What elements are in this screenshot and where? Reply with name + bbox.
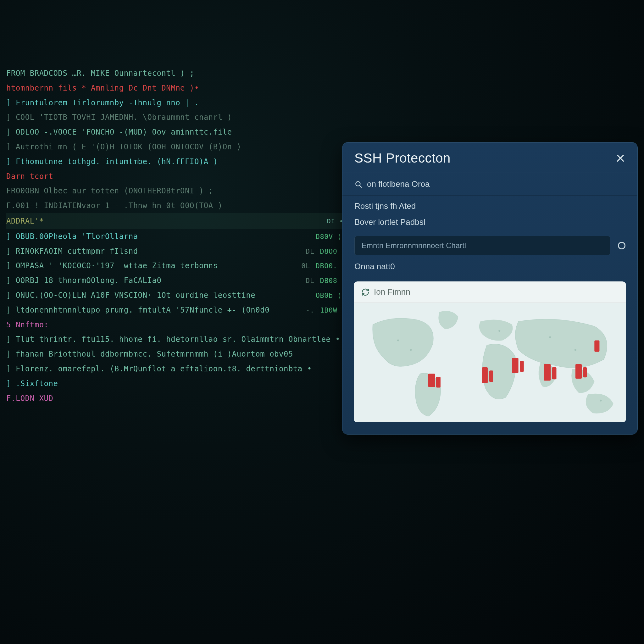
svg-rect-5 (428, 374, 435, 387)
code-line: ] Fruntulorem Tirlorumnby -Thnulg nno | … (6, 96, 346, 110)
code-line: ] fhanan Briotthoul ddbormbmcc. Sufetmrn… (6, 347, 346, 362)
search-placeholder: on flotlbena Oroa (367, 179, 430, 189)
panel-body: on flotlbena Oroa Rosti tjns fh Ated Bov… (342, 173, 637, 434)
text-input[interactable]: Emntn Emronnmnnnoert Chartl (354, 236, 610, 255)
option-row[interactable]: Rosti tjns fh Ated (342, 196, 637, 214)
panel-header: SSH Proteccton (342, 142, 637, 173)
log-row: ] OMPASA ' 'KOCOCO·'197 -wttae Zitma-ter… (6, 258, 346, 273)
code-line: ] Florenz. omarefepl. (B.MrQunflot a eft… (6, 362, 346, 376)
section-header: ADDRAL'* (6, 214, 44, 229)
code-line: ] Tlut thrintr. ftu115. hhome fi. hdetor… (6, 332, 346, 347)
code-line: ] Fthomutnne tothgd. intumtmbe. (hN.fFFI… (6, 154, 346, 169)
code-line: ] ODLOO -.VOOCE 'FONCHO -(MUD) Oov aminn… (6, 125, 346, 140)
svg-line-3 (360, 185, 362, 187)
option-row[interactable]: Bover lortlet Padbsl (342, 214, 637, 230)
world-map[interactable] (354, 303, 626, 422)
search-bar[interactable]: on flotlbena Oroa (342, 173, 637, 196)
map-title: Ion Fimnn (374, 287, 410, 297)
ssh-protection-panel: SSH Proteccton on flotlbena Oroa Rosti t… (342, 142, 638, 435)
log-row: ] OORBJ 18 thnormOOlong. FaCALIa0 DL DB0… (6, 273, 346, 288)
svg-rect-10 (520, 361, 524, 372)
code-line: Darn tcort (6, 169, 346, 184)
svg-point-20 (575, 349, 576, 351)
panel-title: SSH Proteccton (354, 151, 451, 166)
svg-rect-13 (575, 364, 582, 379)
svg-point-21 (600, 400, 602, 402)
search-icon (354, 180, 363, 188)
map-card: Ion Fimnn (354, 281, 626, 422)
close-icon[interactable] (615, 153, 625, 163)
svg-rect-14 (583, 367, 587, 377)
code-line: FRO0OBN Olbec aur totten (ONOTHEROBtrONI… (6, 184, 346, 198)
log-row: ] OBUB.00Pheola 'TlorOllarna D80V (* (6, 229, 346, 244)
refresh-icon[interactable] (361, 288, 369, 296)
radio-button[interactable] (618, 242, 625, 249)
code-line: FROM BRADCODS …R. MIKE Ounnartecontl ) ; (6, 66, 346, 81)
svg-rect-15 (594, 341, 599, 352)
svg-point-18 (498, 330, 500, 332)
code-line: F.LODN XUD (6, 391, 346, 406)
terminal-pane: FROM BRADCODS …R. MIKE Ounnartecontl ) ;… (6, 66, 346, 406)
svg-rect-11 (544, 364, 551, 380)
code-line: htomnbernn fils * Amnling Dc Dnt DNMne )… (6, 81, 346, 96)
clear-link[interactable]: Onna natt0 (342, 255, 637, 274)
log-row: ] ONUC.(OO-CO)LLN A10F VNSCION· 1Ot ourd… (6, 288, 346, 303)
svg-point-16 (397, 339, 399, 341)
section-header-row: ADDRAL'* DI • (6, 213, 346, 229)
svg-rect-7 (482, 367, 488, 383)
svg-rect-12 (552, 367, 556, 379)
svg-point-17 (410, 349, 412, 351)
svg-rect-9 (512, 358, 518, 373)
svg-point-19 (549, 336, 551, 338)
code-line: F.001-! INDIATENvaor 1 - .Thnw hn 0t O0O… (6, 198, 346, 213)
code-line: ] Autrothi mn ( E '(O)H TOTOK (OOH ONTOC… (6, 140, 346, 154)
log-row: ] ltdonennhtnnnltupo prumg. fmtultA '57N… (6, 303, 346, 318)
section-header: 5 Nnftmo: (6, 318, 346, 332)
section-right: DI • (327, 215, 343, 227)
log-row: ] RINOKFAOIM cuttmpmr fIlsnd DL D8O0 ( (6, 244, 346, 259)
code-line: ] .Sixftone (6, 376, 346, 391)
svg-rect-8 (489, 370, 493, 382)
svg-rect-6 (436, 377, 441, 387)
input-row: Emntn Emronnmnnnoert Chartl (342, 230, 637, 255)
map-header: Ion Fimnn (354, 281, 626, 303)
code-line: ] COOL 'TIOTB TOVHI JAMEDNH. \Obraummnt … (6, 110, 346, 125)
